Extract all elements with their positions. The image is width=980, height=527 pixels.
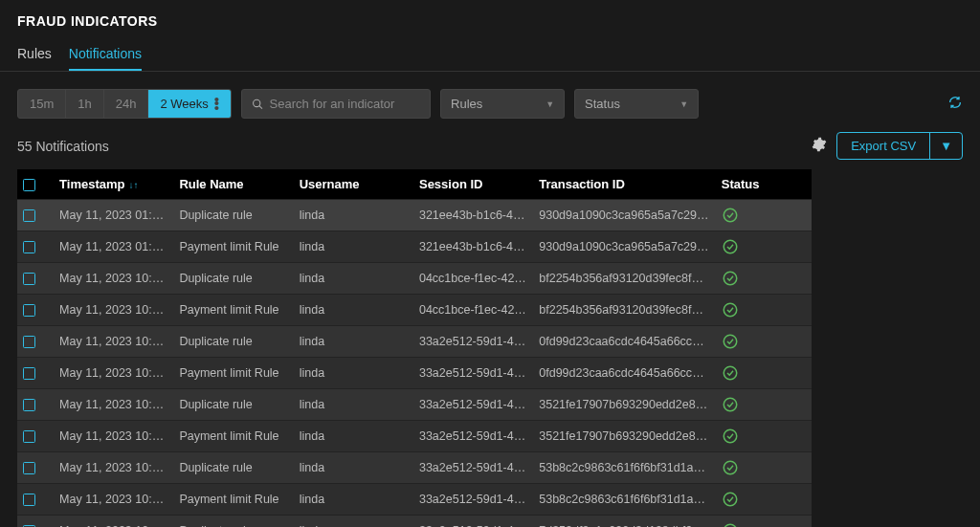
col-txn[interactable]: Transaction ID [533,169,715,200]
check-circle-icon [722,334,739,347]
row-checkbox[interactable] [23,336,35,348]
svg-point-2 [724,209,737,222]
cell-rule: Duplicate rule [173,326,293,358]
refresh-button[interactable] [947,95,963,113]
cell-session: 33a2e512-59d1-4444-… [413,484,533,516]
time-range-label: 2 Weeks [160,97,208,111]
time-range-selector: 15m 1h 24h 2 Weeks ••• [17,89,232,119]
tab-rules[interactable]: Rules [17,46,52,71]
check-circle-icon [722,460,739,473]
export-csv-dropdown[interactable]: ▼ [929,133,962,159]
cell-status [716,295,812,326]
table-row[interactable]: May 11, 2023 01:08:2…Payment limit Rulel… [17,231,812,263]
select-all-checkbox[interactable] [23,179,35,191]
check-circle-icon [722,271,739,284]
cell-session: 33a2e512-59d1-4444-… [413,358,533,389]
rules-select[interactable]: Rules ▼ [440,89,565,119]
cell-rule: Duplicate rule [173,516,293,527]
status-select[interactable]: Status ▼ [574,89,699,119]
time-range-2weeks[interactable]: 2 Weeks ••• [148,90,231,118]
table-row[interactable]: May 11, 2023 10:13:2…Duplicate rulelinda… [17,263,812,295]
cell-user: linda [294,200,413,231]
row-checkbox[interactable] [23,494,35,506]
export-csv-button[interactable]: Export CSV [837,133,929,159]
kebab-icon: ••• [214,98,219,111]
row-checkbox[interactable] [23,462,35,474]
cell-timestamp: May 11, 2023 10:09:5… [54,326,173,358]
row-checkbox[interactable] [23,241,35,253]
cell-timestamp: May 11, 2023 10:13:2… [54,295,173,326]
time-range-15m[interactable]: 15m [18,90,66,118]
cell-status [716,389,812,421]
row-checkbox[interactable] [23,367,35,380]
col-timestamp[interactable]: Timestamp↓↑ [54,169,173,200]
cell-status [716,231,812,263]
row-checkbox[interactable] [23,209,35,222]
cell-user: linda [294,295,413,326]
cell-status [716,484,812,516]
svg-point-6 [724,335,737,348]
cell-rule: Payment limit Rule [173,421,293,452]
cell-txn: 0fd99d23caa6cdc4645a66ccdd0ed… [533,326,715,358]
tab-notifications[interactable]: Notifications [69,46,142,71]
check-circle-icon [722,523,739,527]
row-checkbox[interactable] [23,399,35,411]
cell-session: 33a2e512-59d1-4444-… [413,421,533,452]
table-row[interactable]: May 11, 2023 10:07:5…Duplicate rulelinda… [17,389,812,421]
cell-txn: 3521fe17907b693290edd2e8955ff… [533,389,715,421]
col-rule[interactable]: Rule Name [173,169,293,200]
cell-rule: Duplicate rule [173,263,293,295]
settings-button[interactable] [812,137,827,155]
cell-user: linda [294,484,413,516]
col-session[interactable]: Session ID [413,169,533,200]
table-row[interactable]: May 11, 2023 10:13:2…Payment limit Rulel… [17,295,812,326]
cell-status [716,421,812,452]
svg-point-10 [724,461,737,474]
col-status[interactable]: Status [716,169,812,200]
cell-session: 321ee43b-b1c6-475a-… [413,200,533,231]
table-row[interactable]: May 11, 2023 10:07:2…Payment limit Rulel… [17,484,812,516]
cell-user: linda [294,326,413,358]
table-row[interactable]: May 11, 2023 10:06:2…Duplicate rulelinda… [17,516,812,527]
row-checkbox[interactable] [23,430,35,443]
cell-rule: Payment limit Rule [173,484,293,516]
cell-timestamp: May 11, 2023 01:08:2… [54,200,173,231]
cell-txn: 930d9a1090c3ca965a5a7c29f5758… [533,231,715,263]
svg-point-11 [724,493,737,506]
table-row[interactable]: May 11, 2023 01:08:2…Duplicate rulelinda… [17,200,812,231]
table-row[interactable]: May 11, 2023 10:07:5…Payment limit Rulel… [17,421,812,452]
check-circle-icon [722,492,739,505]
row-checkbox[interactable] [23,273,35,285]
search-box [241,89,431,119]
search-input[interactable] [270,97,420,111]
cell-status [716,452,812,484]
svg-point-5 [724,303,737,317]
cell-user: linda [294,516,413,527]
check-circle-icon [722,397,739,410]
time-range-24h[interactable]: 24h [104,90,149,118]
col-user[interactable]: Username [294,169,413,200]
cell-session: 04cc1bce-f1ec-4262-9… [413,295,533,326]
table-header-row: Timestamp↓↑ Rule Name Username Session I… [17,169,812,200]
check-circle-icon [722,302,739,316]
check-circle-icon [722,208,739,221]
check-circle-icon [722,365,739,379]
time-range-1h[interactable]: 1h [66,90,103,118]
cell-timestamp: May 11, 2023 10:07:2… [54,452,173,484]
cell-status [716,263,812,295]
toolbar: 15m 1h 24h 2 Weeks ••• Rules ▼ Status ▼ [0,72,980,132]
cell-txn: 7d352df3a1a090d3d198dbf63bab… [533,516,715,527]
table-row[interactable]: May 11, 2023 10:09:5…Payment limit Rulel… [17,358,812,389]
cell-user: linda [294,452,413,484]
cell-session: 33a2e512-59d1-4444-… [413,452,533,484]
chevron-down-icon: ▼ [679,99,688,109]
status-select-label: Status [585,97,620,111]
cell-timestamp: May 11, 2023 10:07:5… [54,389,173,421]
table-row[interactable]: May 11, 2023 10:07:2…Duplicate rulelinda… [17,452,812,484]
svg-point-9 [724,429,737,443]
row-checkbox[interactable] [23,304,35,317]
chevron-down-icon: ▼ [546,99,554,109]
table-row[interactable]: May 11, 2023 10:09:5…Duplicate rulelinda… [17,326,812,358]
cell-timestamp: May 11, 2023 10:13:2… [54,263,173,295]
cell-rule: Duplicate rule [173,452,293,484]
